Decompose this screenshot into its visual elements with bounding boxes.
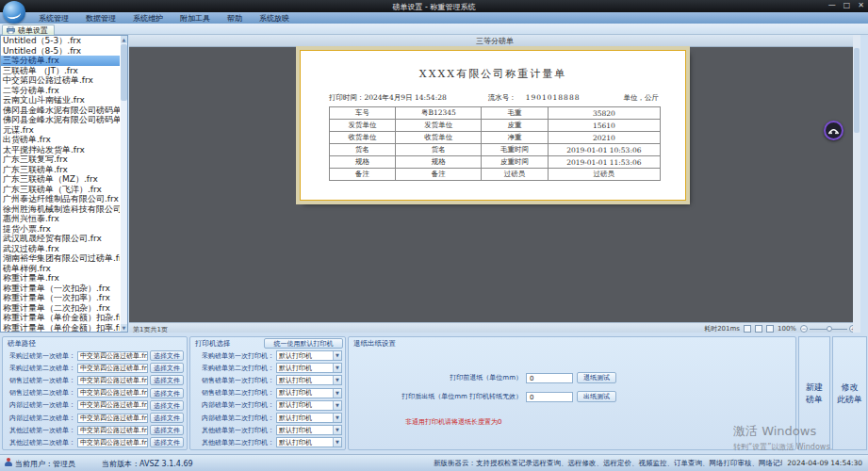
chevron-down-icon[interactable]: ▼ (333, 401, 341, 410)
choose-file-button[interactable]: 选择文件 (150, 400, 184, 411)
list-item[interactable]: 武汉过磅单.frx (1, 244, 120, 254)
chevron-down-icon[interactable]: ▼ (333, 438, 341, 447)
list-item[interactable]: 出货磅单.frx (1, 135, 120, 145)
choose-file-button[interactable]: 选择文件 (150, 350, 184, 361)
path-file-input[interactable]: 中交第四公路过磅单.frx (77, 426, 148, 435)
list-item[interactable]: 称重计量单（一次扣杂）.frx (1, 284, 120, 294)
scrollbar-thumb[interactable] (121, 44, 127, 101)
list-item[interactable]: 广东三联磅单（MZ）.frx (1, 174, 120, 185)
chevron-down-icon[interactable]: ▼ (333, 351, 341, 360)
choose-file-button[interactable]: 选择文件 (150, 437, 184, 447)
printer-dropdown[interactable]: 默认打印机 ▼ (276, 413, 342, 423)
zoom-out-icon[interactable]: − (800, 325, 808, 333)
list-item[interactable]: 二等分磅单.frx (1, 86, 120, 96)
list-item[interactable]: 称重计量单（单价金额）扣率.fr (1, 323, 120, 333)
list-item[interactable]: Untitled（5-3）.frx (1, 36, 120, 46)
list-item[interactable]: 佛冈县金峰水泥有限公司磅码单 (1, 115, 120, 125)
choose-file-button[interactable]: 选择文件 (150, 375, 184, 385)
menu-item[interactable]: 系统管理 (30, 13, 77, 24)
retract-test-button[interactable]: 退纸测试 (577, 372, 616, 383)
tab-bangdan-settings[interactable]: 磅单设置 (2, 24, 55, 35)
zoom-slider-thumb[interactable] (827, 326, 832, 332)
list-item[interactable]: 佛冈县金峰水泥有限公司磅码单 (1, 106, 120, 116)
choose-file-button[interactable]: 选择文件 (150, 425, 184, 435)
menu-bar: 系统管理数据管理系统维护附加工具帮助系统放映 (0, 12, 868, 24)
modify-bangdan-button[interactable]: 修改 此磅单 (832, 336, 867, 450)
minimize-icon[interactable]: — (828, 1, 836, 9)
chevron-down-icon[interactable]: ▼ (333, 376, 341, 384)
table-row: 规格 规格 皮重时间 2019-01-01 11:53:06 (330, 156, 661, 169)
scroll-up-icon[interactable]: ▲ (121, 36, 127, 43)
list-item[interactable]: 称重计量单（一次扣率）.frx (1, 293, 120, 303)
list-item[interactable]: 广东三联磅单（飞洋）.frx (1, 185, 120, 195)
menu-item[interactable]: 系统放映 (251, 13, 298, 24)
list-item[interactable]: 太平搅拌站发货单.frx (1, 145, 120, 155)
path-row: 销售过磅第二次磅单： 中交第四公路过磅单.frx 选择文件 (3, 387, 187, 399)
printer-dropdown[interactable]: 默认打印机 ▼ (276, 388, 342, 398)
path-row: 内部过磅第一次磅单： 中交第四公路过磅单.frx 选择文件 (3, 399, 187, 412)
list-item[interactable]: 称重计量单（二次扣杂）.frx (1, 303, 120, 314)
app-window: 磅单设置 - 称重管理系统 — □ ✕ 系统管理数据管理系统维护附加工具帮助系统… (0, 0, 868, 471)
path-file-input[interactable]: 中交第四公路过磅单.frx (77, 376, 148, 385)
chevron-down-icon[interactable]: ▼ (333, 389, 341, 398)
menu-item[interactable]: 帮助 (219, 13, 251, 24)
path-file-input[interactable]: 中交第四公路过磅单.frx (77, 438, 148, 447)
path-file-input[interactable]: 中交第四公路过磅单.frx (77, 364, 148, 373)
list-item[interactable]: 广州泰达纤维制品有限公司.frx (1, 194, 120, 204)
path-row-label: 其他过磅第一次磅单： (6, 426, 75, 435)
list-item[interactable]: 徐州胜海机械制造科技有限公司. (1, 204, 120, 215)
preview-scrollbar-thumb[interactable] (854, 48, 860, 133)
list-item[interactable]: 称重计量单（单价金额）扣杂.fr (1, 313, 120, 323)
choose-file-button[interactable]: 选择文件 (150, 413, 184, 423)
list-item[interactable]: 提货小票.frx (1, 224, 120, 235)
path-file-input[interactable]: 中交第四公路过磅单.frx (77, 388, 148, 398)
eject-test-button[interactable]: 出纸测试 (577, 391, 616, 402)
list-item[interactable]: 武汉凯晟经贸有限公司.frx (1, 234, 120, 244)
new-bangdan-button[interactable]: 新建 磅单 (798, 336, 830, 450)
list-item[interactable]: 广东三联复写.frx (1, 154, 120, 165)
list-item[interactable]: 惠州兴恒泰.frx (1, 214, 120, 224)
use-default-printer-button[interactable]: 统一使用默认打印机 (264, 338, 343, 349)
printer-dropdown[interactable]: 默认打印机 ▼ (276, 363, 342, 373)
list-item[interactable]: 元谋.frx (1, 125, 120, 136)
zoom-slider[interactable]: − + (800, 325, 857, 333)
chevron-down-icon[interactable]: ▼ (333, 426, 341, 434)
menu-item[interactable]: 数据管理 (77, 13, 124, 24)
path-file-input[interactable]: 中交第四公路过磅单.frx (77, 414, 148, 423)
list-item[interactable]: 云南文山斗南锰业.frx (1, 95, 120, 106)
choose-file-button[interactable]: 选择文件 (150, 388, 184, 398)
menu-item[interactable]: 附加工具 (172, 13, 219, 24)
list-item[interactable]: Untitled（8-5）.frx (1, 46, 120, 57)
printer-dropdown[interactable]: 默认打印机 ▼ (276, 400, 342, 411)
preview-scrollbar[interactable] (853, 35, 860, 333)
retract-length-input[interactable]: 0 (526, 373, 573, 383)
eject-length-input[interactable]: 0 (526, 392, 573, 402)
list-item[interactable]: 中交第四公路过磅单.frx (1, 75, 120, 86)
facing-view-icon[interactable] (766, 325, 774, 333)
list-item[interactable]: 三等分磅单.frx (1, 56, 120, 66)
scroll-down-icon[interactable]: ▼ (121, 324, 127, 332)
single-page-view-icon[interactable] (744, 325, 751, 333)
tab-strip: 磅单设置 (0, 24, 868, 35)
list-item[interactable]: 湖南裕华集团有限公司过磅单.fr (1, 253, 120, 264)
continuous-view-icon[interactable] (755, 325, 762, 333)
chevron-down-icon[interactable]: ▼ (333, 414, 341, 422)
printer-dropdown[interactable]: 默认打印机 ▼ (276, 425, 342, 435)
close-icon[interactable]: ✕ (858, 1, 864, 9)
chevron-down-icon[interactable]: ▼ (333, 364, 341, 372)
list-scrollbar[interactable]: ▲ ▼ (121, 36, 127, 332)
printer-dropdown[interactable]: 默认打印机 ▼ (276, 375, 342, 385)
printer-dropdown[interactable]: 默认打印机 ▼ (276, 350, 342, 361)
table-row: 货名 货名 毛重时间 2019-01-01 10:53:06 (330, 144, 661, 156)
list-item[interactable]: 广东三联磅单.frx (1, 165, 120, 175)
floating-widget-icon[interactable] (824, 121, 843, 140)
path-file-input[interactable]: 中交第四公路过磅单.frx (77, 351, 148, 361)
list-item[interactable]: 磅单样例.frx (1, 264, 120, 274)
path-file-input[interactable]: 中交第四公路过磅单.frx (77, 400, 148, 410)
maximize-icon[interactable]: □ (843, 1, 851, 9)
list-item[interactable]: 三联磅单 （JT）.frx (1, 66, 120, 76)
list-item[interactable]: 称重计量单.frx (1, 273, 120, 284)
printer-dropdown[interactable]: 默认打印机 ▼ (276, 437, 342, 447)
choose-file-button[interactable]: 选择文件 (150, 363, 184, 373)
menu-item[interactable]: 系统维护 (124, 13, 172, 24)
